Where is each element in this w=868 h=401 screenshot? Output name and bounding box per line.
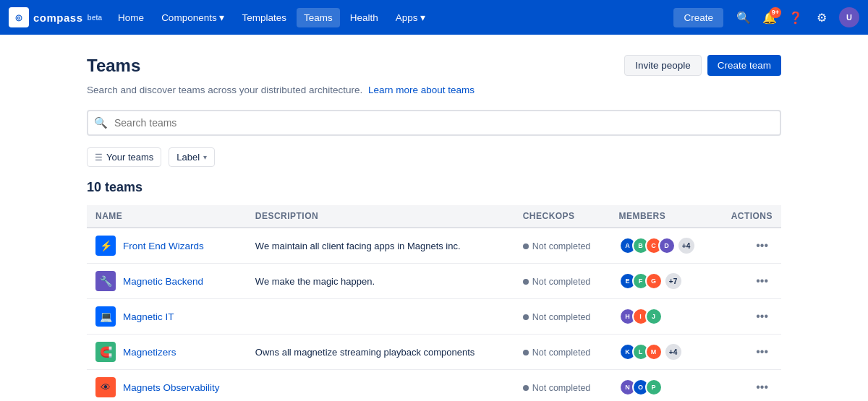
teams-table-body: ⚡ Front End Wizards We maintain all clie…	[87, 228, 781, 401]
notifications-button[interactable]: 🔔 9+	[758, 6, 781, 29]
create-button[interactable]: Create	[673, 8, 723, 27]
team-members-cell: HIJ	[610, 299, 715, 335]
learn-more-link[interactable]: Learn more about teams	[368, 85, 475, 95]
table-header: Name Description Checkops Members Action…	[87, 205, 781, 228]
beta-badge: beta	[88, 14, 103, 22]
user-avatar[interactable]: U	[839, 7, 859, 27]
label-filter[interactable]: Label ▾	[169, 147, 215, 167]
teams-table: Name Description Checkops Members Action…	[87, 205, 781, 401]
chevron-down-icon: ▾	[203, 153, 207, 161]
search-input[interactable]	[87, 110, 781, 136]
team-name-link[interactable]: Magnetizers	[123, 347, 176, 358]
team-name-cell: ⚡ Front End Wizards	[87, 228, 247, 264]
team-members-cell: ABCD+4	[610, 228, 715, 264]
col-header-description: Description	[247, 205, 514, 228]
filter-icon: ☰	[95, 152, 103, 163]
team-description-cell	[247, 370, 514, 402]
status-dot	[523, 350, 529, 355]
logo[interactable]: ◎ compass beta	[9, 7, 102, 27]
team-icon: 👁	[95, 377, 116, 397]
page-title: Teams	[87, 56, 140, 76]
team-name-cell: 🧲 Magnetizers	[87, 335, 247, 370]
page-description: Search and discover teams across your di…	[87, 85, 781, 95]
team-members-cell: NOP	[610, 370, 715, 402]
status-dot	[523, 314, 529, 320]
table-row: 🔧 Magnetic Backend We make the magic hap…	[87, 264, 781, 299]
table-row: 💻 Magnetic IT Not completed HIJ•••	[87, 299, 781, 335]
nav-item-teams[interactable]: Teams	[297, 8, 340, 27]
status-dot	[523, 385, 529, 391]
status-dot	[523, 243, 529, 249]
topnav: ◎ compass beta Home Components ▾ Templat…	[0, 0, 868, 35]
team-actions-cell: •••	[715, 335, 781, 370]
more-actions-button[interactable]: •••	[752, 378, 773, 396]
member-count-badge: +4	[665, 344, 681, 360]
logo-icon: ◎	[9, 7, 29, 27]
col-header-name: Name	[87, 205, 247, 228]
table-row: 🧲 Magnetizers Owns all magnetize streami…	[87, 335, 781, 370]
col-header-members: Members	[610, 205, 715, 228]
help-button[interactable]: ❓	[784, 6, 807, 29]
member-avatar: J	[645, 308, 663, 325]
team-icon: 🧲	[95, 342, 116, 362]
team-actions-cell: •••	[715, 299, 781, 335]
create-team-button[interactable]: Create team	[707, 55, 781, 76]
team-icon: ⚡	[95, 236, 116, 256]
team-description-cell: We make the magic happen.	[247, 264, 514, 299]
member-avatar: M	[645, 343, 663, 361]
member-avatar: G	[645, 272, 663, 290]
settings-button[interactable]: ⚙	[810, 6, 833, 29]
status-badge: Not completed	[523, 241, 591, 251]
team-status-cell: Not completed	[514, 335, 610, 370]
team-members-cell: KLM+4	[610, 335, 715, 370]
page-content: Teams Invite people Create team Search a…	[72, 35, 796, 401]
nav-item-health[interactable]: Health	[343, 8, 386, 27]
filter-row: ☰ Your teams Label ▾	[87, 147, 781, 167]
team-icon: 💻	[95, 306, 116, 327]
search-bar: 🔍	[87, 110, 781, 136]
team-icon: 🔧	[95, 271, 116, 291]
team-status-cell: Not completed	[514, 299, 610, 335]
status-badge: Not completed	[523, 277, 591, 287]
team-actions-cell: •••	[715, 370, 781, 402]
status-badge: Not completed	[523, 312, 591, 322]
team-name-cell: 🔧 Magnetic Backend	[87, 264, 247, 299]
member-avatar: D	[658, 237, 676, 254]
status-badge: Not completed	[523, 348, 591, 358]
nav-item-apps[interactable]: Apps ▾	[388, 7, 433, 27]
header-actions: Invite people Create team	[624, 55, 781, 76]
nav-item-templates[interactable]: Templates	[234, 8, 294, 27]
member-avatar: P	[645, 379, 663, 396]
team-actions-cell: •••	[715, 228, 781, 264]
more-actions-button[interactable]: •••	[752, 236, 773, 254]
status-dot	[523, 279, 529, 285]
more-actions-button[interactable]: •••	[752, 307, 773, 325]
nav-item-home[interactable]: Home	[111, 8, 151, 27]
invite-people-button[interactable]: Invite people	[624, 55, 702, 76]
status-badge: Not completed	[523, 383, 591, 393]
member-count-badge: +4	[678, 238, 694, 254]
logo-text: compass	[33, 12, 83, 24]
team-name-cell: 💻 Magnetic IT	[87, 299, 247, 335]
teams-count: 10 teams	[87, 180, 781, 195]
team-members-cell: EFG+7	[610, 264, 715, 299]
team-name-link[interactable]: Magnetic Backend	[123, 276, 203, 287]
team-name-link[interactable]: Magnets Observability	[123, 382, 220, 393]
more-actions-button[interactable]: •••	[752, 342, 773, 361]
team-name-link[interactable]: Magnetic IT	[123, 311, 174, 322]
label-filter-text: Label	[176, 152, 200, 163]
more-actions-button[interactable]: •••	[752, 272, 773, 290]
member-count-badge: +7	[665, 273, 681, 289]
notifications-badge: 9+	[770, 7, 781, 18]
your-teams-filter[interactable]: ☰ Your teams	[87, 147, 161, 167]
col-header-checkops: Checkops	[514, 205, 610, 228]
col-header-actions: Actions	[715, 205, 781, 228]
nav-item-components[interactable]: Components ▾	[154, 7, 231, 27]
team-status-cell: Not completed	[514, 370, 610, 402]
team-status-cell: Not completed	[514, 228, 610, 264]
search-nav-button[interactable]: 🔍	[732, 6, 755, 29]
team-name-link[interactable]: Front End Wizards	[123, 241, 204, 251]
team-description-cell: We maintain all client facing apps in Ma…	[247, 228, 514, 264]
team-description-cell	[247, 299, 514, 335]
team-actions-cell: •••	[715, 264, 781, 299]
